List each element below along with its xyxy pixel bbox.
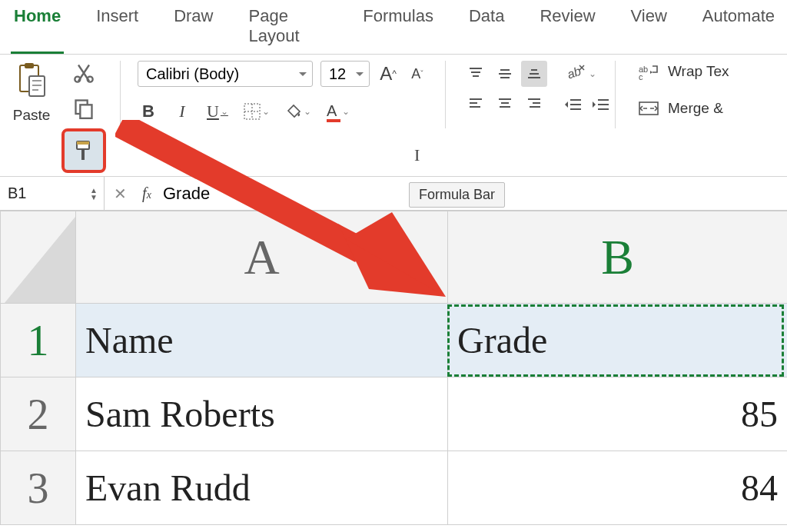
merge-center-label: Merge & — [668, 100, 723, 117]
row-header-3[interactable]: 3 — [1, 451, 76, 525]
svg-point-6 — [75, 77, 80, 82]
spreadsheet: A B 1 Name Grade 2 Sam Roberts 85 3 Evan… — [0, 211, 787, 525]
align-center-button[interactable] — [492, 90, 518, 116]
formula-bar-row: B1 ▲▼ ✕ fx — [0, 177, 787, 211]
underline-button[interactable]: U⌄ — [205, 100, 230, 123]
alignment-group: ab⌄ — [463, 61, 598, 116]
align-center-icon — [497, 95, 513, 111]
svg-text:c: c — [639, 72, 643, 81]
cancel-formula-button[interactable]: ✕ — [105, 185, 135, 203]
copy-button[interactable] — [71, 96, 96, 121]
decrease-indent-button[interactable] — [563, 95, 584, 116]
align-right-button[interactable] — [521, 90, 547, 116]
tab-data[interactable]: Data — [466, 5, 507, 54]
row-header-1[interactable]: 1 — [1, 304, 76, 377]
divider — [445, 61, 446, 128]
divider — [615, 61, 616, 128]
tab-view[interactable]: View — [628, 5, 670, 54]
bold-button[interactable]: B — [138, 100, 159, 123]
decrease-font-button[interactable]: Aˇ — [407, 63, 428, 85]
borders-icon — [244, 103, 261, 120]
increase-font-button[interactable]: A^ — [377, 62, 399, 86]
merge-center-button[interactable] — [637, 98, 660, 119]
align-left-icon — [468, 95, 483, 111]
scissors-icon — [73, 62, 95, 84]
svg-rect-43 — [639, 102, 658, 115]
merge-icon — [639, 101, 659, 116]
borders-button[interactable]: ⌄ — [242, 101, 271, 122]
align-bottom-icon — [526, 66, 542, 81]
cell-a1[interactable]: Name — [76, 304, 448, 377]
tab-insert[interactable]: Insert — [93, 5, 141, 54]
align-left-button[interactable] — [463, 90, 489, 116]
table-row: 3 Evan Rudd 84 — [1, 451, 788, 525]
table-row: 1 Name Grade — [1, 304, 788, 377]
tab-automate[interactable]: Automate — [699, 5, 778, 54]
italic-button[interactable]: I — [171, 100, 193, 123]
cell-b2[interactable]: 85 — [448, 377, 788, 451]
name-box-value: B1 — [8, 185, 26, 202]
name-box[interactable]: B1 ▲▼ — [0, 177, 105, 210]
cut-button[interactable] — [71, 61, 96, 85]
align-bottom-button[interactable] — [521, 61, 547, 87]
font-color-button[interactable]: A⌄ — [325, 99, 351, 124]
tab-formulas[interactable]: Formulas — [360, 5, 437, 54]
column-header-a[interactable]: A — [76, 211, 448, 304]
paste-button[interactable] — [12, 61, 51, 99]
tab-review[interactable]: Review — [536, 5, 598, 54]
format-painter-button[interactable] — [65, 131, 103, 170]
column-header-b[interactable]: B — [448, 211, 788, 304]
text-cursor-icon: I — [414, 145, 420, 165]
align-right-icon — [526, 95, 542, 111]
cell-a3[interactable]: Evan Rudd — [76, 451, 448, 525]
svg-rect-11 — [77, 141, 89, 145]
font-family-select[interactable] — [138, 61, 313, 87]
cell-b3[interactable]: 84 — [448, 451, 788, 525]
svg-rect-1 — [25, 63, 34, 68]
paste-icon — [14, 62, 49, 98]
wrap-text-label: Wrap Tex — [668, 63, 729, 80]
orientation-button[interactable]: ab⌄ — [563, 61, 598, 87]
font-group: A^ Aˇ B I U⌄ ⌄ ⌄ A⌄ — [138, 61, 428, 124]
bucket-icon — [285, 103, 302, 120]
decrease-indent-icon — [564, 97, 583, 114]
clipboard-group: Paste — [12, 61, 51, 124]
svg-rect-9 — [80, 105, 91, 118]
copy-icon — [73, 98, 95, 119]
select-all-corner[interactable] — [1, 211, 76, 304]
fill-color-button[interactable]: ⌄ — [284, 101, 313, 122]
align-top-button[interactable] — [463, 61, 489, 87]
row-header-2[interactable]: 2 — [1, 377, 76, 451]
align-top-icon — [468, 66, 483, 81]
increase-indent-button[interactable] — [590, 95, 612, 116]
ribbon-tabs: Home Insert Draw Page Layout Formulas Da… — [0, 0, 787, 55]
tab-draw[interactable]: Draw — [171, 5, 216, 54]
paste-label: Paste — [13, 107, 51, 124]
format-painter-icon — [72, 139, 95, 162]
wrap-text-icon: abc — [639, 63, 659, 80]
increase-indent-icon — [592, 97, 610, 114]
formula-bar-tooltip: Formula Bar — [409, 182, 505, 208]
align-middle-button[interactable] — [492, 61, 518, 87]
cell-a2[interactable]: Sam Roberts — [76, 377, 448, 451]
svg-point-7 — [88, 77, 93, 82]
wrap-merge-group: abc Wrap Tex Merge & — [637, 61, 729, 119]
ribbon: Paste A^ Aˇ B I U⌄ ⌄ — [0, 55, 787, 177]
align-middle-icon — [497, 66, 513, 81]
orientation-icon: ab — [564, 62, 587, 85]
cell-b1[interactable]: Grade — [448, 304, 788, 377]
name-box-spinner[interactable]: ▲▼ — [90, 187, 98, 201]
tab-page-layout[interactable]: Page Layout — [246, 5, 331, 54]
wrap-text-button[interactable]: abc — [637, 61, 660, 82]
table-row: 2 Sam Roberts 85 — [1, 377, 788, 451]
svg-rect-12 — [81, 149, 85, 160]
tab-home[interactable]: Home — [11, 5, 64, 54]
font-size-select[interactable] — [320, 61, 370, 87]
cut-copy-paint-group — [65, 61, 103, 170]
divider — [120, 61, 121, 128]
fx-icon[interactable]: fx — [135, 185, 158, 202]
